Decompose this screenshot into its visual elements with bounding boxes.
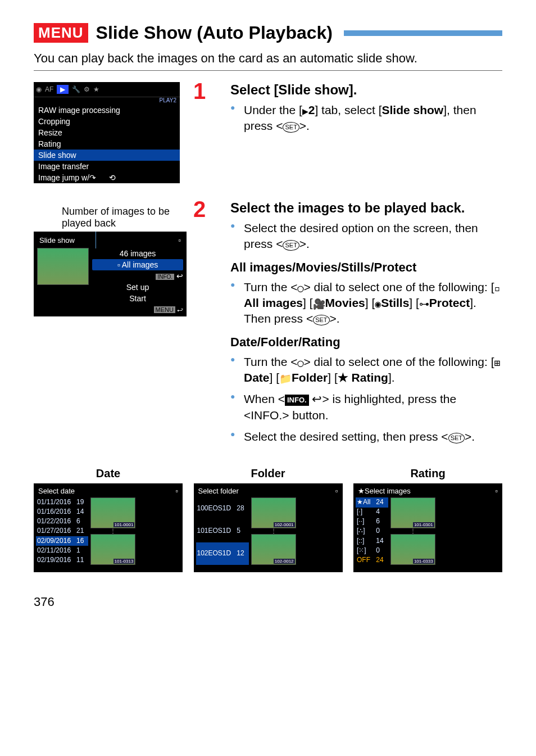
bottom-date-label: Date xyxy=(34,467,183,480)
dial-icon: ◯ xyxy=(298,356,304,370)
tab-sub-label: PLAY2 xyxy=(34,97,180,105)
rating-table: ★All24 [∙]4 [∙∙]6 [∴]0 [::]14 [⁙]0 OFF24 xyxy=(356,497,388,565)
tab-camera-icon: ◉ xyxy=(36,85,42,93)
intro-text: You can play back the images on the card… xyxy=(34,51,502,66)
step2-heading: Select the images to be played back. xyxy=(230,200,502,216)
separator xyxy=(34,70,502,71)
set-icon: SET xyxy=(313,315,329,325)
menu-item: RAW image processing xyxy=(34,105,180,116)
step2-body4: When <INFO. ↩> is highlighted, press the… xyxy=(230,391,502,423)
bottom-folder-label: Folder xyxy=(194,467,343,480)
date-icon: ⊞ xyxy=(494,356,501,370)
step2-sub1: All images/Movies/Stills/Protect xyxy=(230,260,502,275)
menu-badge: MENU xyxy=(34,23,88,43)
step1-body: Under the [▶2] tab, select [Slide show],… xyxy=(230,102,502,134)
step-number-1: 1 xyxy=(193,79,206,104)
page-title-row: MENU Slide Show (Auto Playback) xyxy=(34,22,502,43)
menu-item: Resize xyxy=(34,127,180,138)
step2-body1: Select the desired option on the screen,… xyxy=(230,220,502,252)
menu-item-highlighted: Slide show xyxy=(34,150,180,161)
slideshow-option-selected: ▫ All images xyxy=(92,259,183,270)
menu-item: Rating xyxy=(34,138,180,150)
info-badge-icon: INFO. xyxy=(285,395,309,406)
movies-icon: 🎥 xyxy=(313,297,325,311)
slideshow-screen: Slide show ▫ 46 images ▫ All images INFO… xyxy=(34,232,187,316)
bottom-rating-label: Rating xyxy=(353,467,502,480)
page-number: 376 xyxy=(34,595,502,609)
menu-item: Image jump w/↷ ⟲ xyxy=(34,172,180,183)
slideshow-title: Slide show xyxy=(39,236,75,245)
select-date-screen: Select date▫ 01/11/201619 01/16/201614 0… xyxy=(34,483,183,572)
protect-icon: ⊶ xyxy=(419,297,429,311)
folder-table: 100EOS1D28 101EOS1D5 102EOS1D12 xyxy=(196,497,249,565)
camera-menu-screen: ◉ AF ▶ 🔧 ⚙ ★ PLAY2 RAW image processing … xyxy=(34,82,180,183)
set-icon: SET xyxy=(283,240,299,251)
select-folder-screen: Select folder▫ 100EOS1D28 101EOS1D5 102E… xyxy=(194,483,343,572)
tab-play-active: ▶ xyxy=(57,85,69,94)
set-icon: SET xyxy=(448,433,465,443)
step2-body3: Turn the <◯> dial to select one of the f… xyxy=(230,354,502,386)
page-title: Slide Show (Auto Playback) xyxy=(96,22,333,43)
step2-body5: Select the desired setting, then press <… xyxy=(230,429,502,445)
slideshow-count: 46 images xyxy=(92,248,183,259)
callout-label: Number of images to be played back xyxy=(62,206,202,229)
card-icon: ▫ xyxy=(178,236,181,245)
menu-return: MENU ⮐ xyxy=(37,306,183,313)
play-icon: ▶ xyxy=(302,105,308,118)
info-hint: INFO. ↩ xyxy=(92,270,183,282)
step2-sub2: Date/Folder/Rating xyxy=(230,335,502,350)
menu-item: Cropping xyxy=(34,116,180,127)
tab-custom-icon: ⚙ xyxy=(84,85,90,93)
step1-heading: Select [Slide show]. xyxy=(230,82,502,98)
slideshow-setup: Set up xyxy=(92,282,183,293)
set-icon: SET xyxy=(283,122,299,133)
tab-af: AF xyxy=(45,85,53,93)
folder-icon: 📁 xyxy=(279,372,292,386)
title-accent-bar xyxy=(344,30,502,36)
select-rating-screen: ★Select images▫ ★All24 [∙]4 [∙∙]6 [∴]0 [… xyxy=(353,483,502,572)
menu-item: Image transfer xyxy=(34,161,180,172)
tab-wrench-icon: 🔧 xyxy=(72,85,80,93)
step2-body2: Turn the <◯> dial to select one of the f… xyxy=(230,279,502,327)
stills-icon: ◉ xyxy=(375,297,381,311)
tab-star-icon: ★ xyxy=(93,85,99,93)
slideshow-start: Start xyxy=(92,293,183,304)
slideshow-thumb xyxy=(37,248,89,285)
date-table: 01/11/201619 01/16/201614 01/22/20166 01… xyxy=(36,497,88,565)
dial-icon: ◯ xyxy=(298,282,304,295)
allimages-icon: ▫ xyxy=(494,282,501,295)
step-number-2: 2 xyxy=(193,197,206,222)
